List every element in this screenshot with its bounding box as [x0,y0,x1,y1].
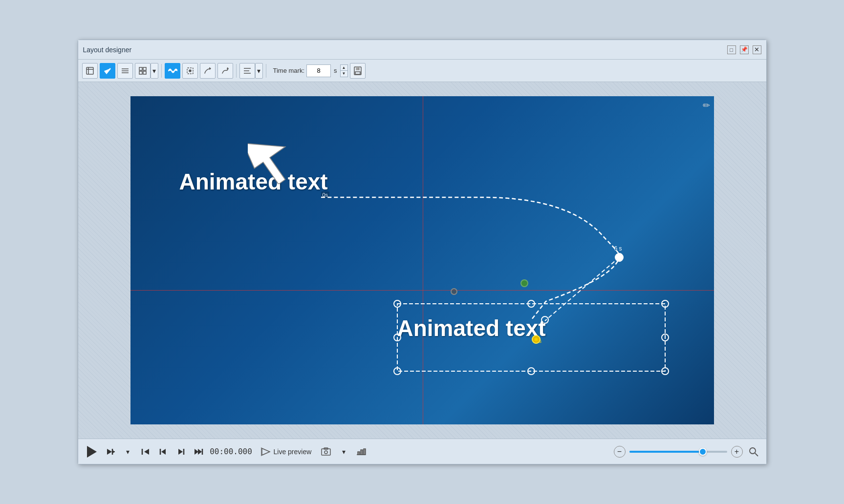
mark-8s[interactable] [532,335,541,344]
align-tool-group: ▾ [239,63,263,79]
svg-rect-6 [139,67,142,70]
svg-rect-51 [361,450,363,455]
svg-marker-34 [113,450,115,453]
zoom-plus-button[interactable]: + [731,446,743,458]
window-title: Layout designer [83,46,727,54]
zoom-slider-track [629,451,703,453]
edit-pen-icon[interactable]: ✏ [703,100,710,111]
crosshair-vertical [423,96,423,424]
zoom-controls: − + [614,446,743,458]
live-preview-button[interactable]: Live preview [257,445,316,458]
svg-point-28 [394,368,401,375]
svg-point-11 [189,70,191,72]
pivot-point[interactable] [451,288,457,295]
prev-frame-button[interactable] [156,445,170,459]
time-mark-spinner[interactable]: ▲ ▼ [340,64,348,77]
svg-rect-16 [356,67,360,70]
play-step-button[interactable] [104,445,117,459]
zoom-slider-thumb [699,448,707,456]
svg-marker-37 [161,449,166,455]
path-tool-button[interactable] [200,63,216,79]
svg-line-19 [545,257,619,321]
svg-point-30 [662,368,669,375]
svg-rect-0 [87,67,93,74]
animation-tool-button[interactable] [165,63,180,79]
svg-point-20 [615,253,623,261]
screenshot-button[interactable] [319,445,333,459]
time-mark-unit: s [334,67,337,74]
label-0s: 0s [321,191,330,198]
checkmark-tool-button[interactable] [100,63,115,79]
svg-marker-35 [144,449,149,455]
svg-rect-9 [143,71,146,74]
bottom-bar: ▾ [78,439,766,464]
layout-designer-window: Layout designer □ 📌 ✕ [78,40,767,464]
live-preview-icon [261,447,271,456]
grid-dropdown-button[interactable]: ▾ [151,63,158,79]
motion-path [130,96,714,424]
live-preview-label: Live preview [274,448,312,456]
curve-tool-button[interactable] [217,63,233,79]
cursor-arrow [248,126,306,184]
svg-point-27 [662,334,669,341]
save-button[interactable] [350,63,366,79]
zoom-slider[interactable] [629,451,727,453]
transform-tool-button[interactable] [182,63,198,79]
svg-marker-42 [198,449,202,455]
svg-point-25 [662,300,669,307]
selection-overlay [130,96,714,424]
grid-tool-button[interactable] [135,63,151,79]
time-display: 00:00.000 [209,447,253,456]
select-tool-button[interactable] [82,63,98,79]
title-bar: Layout designer □ 📌 ✕ [78,40,766,60]
svg-rect-52 [364,449,366,455]
canvas-wrapper: ✏ Animated text 0s 6 s [78,82,766,439]
svg-point-26 [394,334,401,341]
zoom-minus-button[interactable]: − [614,446,626,458]
svg-point-23 [394,300,401,307]
crosshair-horizontal [130,290,714,291]
search-button[interactable] [747,445,760,459]
svg-marker-41 [195,449,198,455]
svg-point-53 [750,448,756,454]
next-frame-button[interactable] [174,445,188,459]
green-control-handle[interactable] [520,279,528,287]
toolbar: ▾ [78,60,766,82]
separator-2 [236,64,237,78]
maximize-button[interactable]: □ [727,45,736,54]
svg-rect-17 [355,72,360,74]
pin-button[interactable]: 📌 [740,45,749,54]
close-button[interactable]: ✕ [753,45,761,54]
animated-text-start: Animated text [179,168,328,195]
separator-3 [266,64,266,78]
grid-tool-group: ▾ [135,63,158,79]
svg-marker-44 [262,448,270,455]
play-button[interactable] [84,444,100,460]
title-controls: □ 📌 ✕ [727,45,761,54]
play-icon [87,446,97,458]
label-6s: 6 s [614,245,622,252]
animated-text-end: Animated text [397,315,546,341]
metrics-button[interactable] [354,445,368,459]
svg-rect-8 [139,71,142,74]
time-mark-input[interactable] [306,64,331,77]
svg-rect-22 [397,304,665,371]
svg-marker-32 [107,449,112,455]
svg-point-29 [528,368,535,375]
svg-rect-7 [143,67,146,70]
svg-marker-39 [178,449,183,455]
align-dropdown-button[interactable]: ▾ [255,63,263,79]
svg-line-54 [755,453,758,456]
fast-forward-button[interactable] [192,445,205,459]
svg-point-47 [325,451,327,454]
screenshot-dropdown-button[interactable]: ▾ [337,445,350,459]
canvas[interactable]: ✏ Animated text 0s 6 s [130,96,714,424]
svg-point-24 [528,300,535,307]
svg-rect-50 [358,452,360,455]
playback-dropdown-button[interactable]: ▾ [121,445,135,459]
rewind-button[interactable] [139,445,152,459]
svg-rect-46 [322,449,330,455]
lines-tool-button[interactable] [117,63,133,79]
svg-point-21 [541,316,548,323]
align-tool-button[interactable] [239,63,255,79]
